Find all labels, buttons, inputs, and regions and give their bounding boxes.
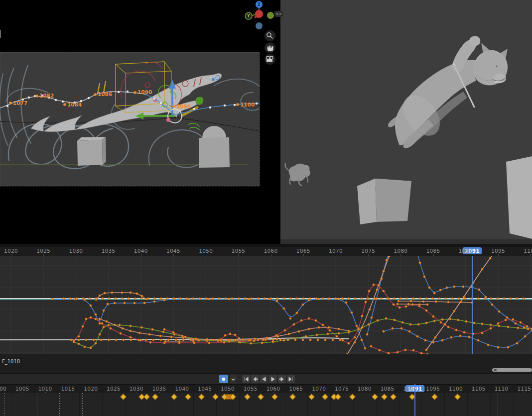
timeline-keyframe-diamond[interactable] (335, 394, 341, 400)
keyframe-dot[interactable] (102, 298, 104, 300)
keyframe-dot[interactable] (276, 300, 278, 303)
keyframe-dot[interactable] (387, 298, 389, 300)
keyframe-dot[interactable] (162, 331, 165, 333)
keyframe-dot[interactable] (69, 298, 72, 300)
keyframe-dot[interactable] (401, 321, 404, 324)
keyframe-dot[interactable] (130, 336, 132, 339)
keyframe-dot[interactable] (108, 324, 110, 326)
keyframe-dot[interactable] (99, 322, 101, 325)
keyframe-dot[interactable] (302, 339, 304, 341)
keyframe-dot[interactable] (130, 339, 133, 341)
keyframe-dot[interactable] (393, 304, 395, 306)
keyframe-dot[interactable] (490, 324, 492, 326)
keyframe-dot[interactable] (224, 334, 227, 337)
keyframe-dot[interactable] (99, 318, 101, 320)
keyframe-dot[interactable] (296, 312, 298, 314)
keyframe-dot[interactable] (95, 298, 98, 300)
keyframe-dot[interactable] (104, 292, 106, 295)
keyframe-dot[interactable] (490, 298, 493, 300)
keyframe-dot[interactable] (425, 322, 428, 324)
keyframe-dot[interactable] (175, 339, 177, 341)
keyframe-dot[interactable] (367, 298, 370, 300)
keyframe-dot[interactable] (193, 342, 196, 344)
keyframe-dot[interactable] (111, 292, 114, 294)
keyframe-dot[interactable] (523, 326, 526, 329)
keyframe-dot[interactable] (497, 346, 500, 349)
keyframe-dot[interactable] (378, 284, 380, 287)
keyframe-dot[interactable] (465, 320, 468, 323)
keyframe-dot[interactable] (455, 329, 458, 331)
keyframe-dot[interactable] (503, 298, 506, 300)
keyframe-dot[interactable] (393, 298, 396, 300)
keyframe-dot[interactable] (341, 298, 344, 300)
keyframe-dot[interactable] (409, 323, 412, 326)
keyframe-dot[interactable] (124, 302, 126, 305)
keyframe-dot[interactable] (412, 349, 415, 352)
keyframe-dot[interactable] (324, 339, 327, 341)
timeline-keyframe-diamond[interactable] (258, 394, 264, 400)
keyframe-dot[interactable] (110, 327, 112, 330)
keyframe-dot[interactable] (379, 349, 381, 352)
keyframe-dot[interactable] (335, 298, 337, 300)
keyframe-dot[interactable] (354, 298, 357, 300)
keyframe-dot[interactable] (338, 328, 340, 330)
keyframe-dot[interactable] (93, 339, 95, 341)
keyframe-dot[interactable] (257, 298, 260, 300)
keyframe-dot[interactable] (364, 347, 367, 350)
keyframe-dot[interactable] (524, 335, 527, 338)
trajectory-frame-dot[interactable] (209, 106, 211, 108)
keyframe-dot[interactable] (432, 298, 434, 300)
prev-keyframe-button[interactable] (251, 375, 259, 383)
trajectory-frame-dot[interactable] (118, 91, 120, 93)
keyframe-dot[interactable] (95, 318, 97, 320)
keyframe-dot[interactable] (510, 298, 512, 300)
keyframe-dot[interactable] (289, 317, 292, 320)
keyframe-dot[interactable] (73, 341, 75, 343)
play-forward-button[interactable] (269, 375, 277, 383)
timeline-track[interactable] (0, 393, 532, 416)
keyframe-dot[interactable] (458, 298, 460, 300)
graph-editor-canvas[interactable] (0, 256, 532, 354)
keyframe-dot[interactable] (316, 334, 318, 336)
keyframe-dot[interactable] (160, 298, 162, 300)
keyframe-dot[interactable] (220, 339, 222, 341)
keyframe-dot[interactable] (451, 298, 454, 300)
graph-editor-ruler[interactable]: 1091 10201025103010351040104510501055106… (0, 247, 532, 256)
keyframe-dot[interactable] (137, 339, 140, 341)
keyframe-dot[interactable] (434, 336, 437, 339)
keyframe-dot[interactable] (383, 270, 385, 273)
keyframe-dot[interactable] (100, 339, 103, 341)
timeline-keyframe-diamond[interactable] (198, 394, 205, 400)
keyframe-dot[interactable] (468, 336, 471, 338)
keyframe-dot[interactable] (424, 339, 427, 342)
keyframe-dot[interactable] (338, 332, 340, 335)
keyframe-dot[interactable] (329, 329, 331, 332)
keyframe-dot[interactable] (173, 298, 175, 300)
keyframe-dot[interactable] (152, 339, 155, 341)
keyframe-dot[interactable] (373, 284, 375, 286)
keyframe-dot[interactable] (446, 287, 448, 289)
keyframe-dot[interactable] (182, 339, 185, 341)
zoom-tool-button[interactable] (265, 30, 275, 41)
keyframe-dot[interactable] (478, 289, 481, 291)
keyframe-dot[interactable] (328, 326, 330, 329)
keyframe-dot[interactable] (76, 298, 78, 300)
keyframe-dot[interactable] (151, 328, 154, 331)
keyframe-dot[interactable] (447, 301, 450, 304)
keyframe-dot[interactable] (141, 295, 143, 298)
animation-curve[interactable] (384, 328, 532, 347)
keyframe-dot[interactable] (208, 298, 211, 301)
keyframe-dot[interactable] (498, 325, 501, 327)
keyframe-dot[interactable] (517, 327, 520, 329)
keyframe-dot[interactable] (179, 298, 182, 300)
keyframe-dot[interactable] (339, 339, 342, 341)
trajectory-frame-dot[interactable] (234, 104, 236, 106)
keyframe-dot[interactable] (163, 299, 166, 302)
trajectory-frame-dot[interactable] (127, 91, 129, 93)
keyframe-dot[interactable] (477, 298, 480, 300)
keyframe-dot[interactable] (361, 326, 364, 329)
keyframe-dot[interactable] (106, 320, 108, 323)
keyframe-dot[interactable] (425, 310, 428, 312)
keyframe-dot[interactable] (417, 323, 420, 326)
next-keyframe-button[interactable] (278, 375, 286, 383)
